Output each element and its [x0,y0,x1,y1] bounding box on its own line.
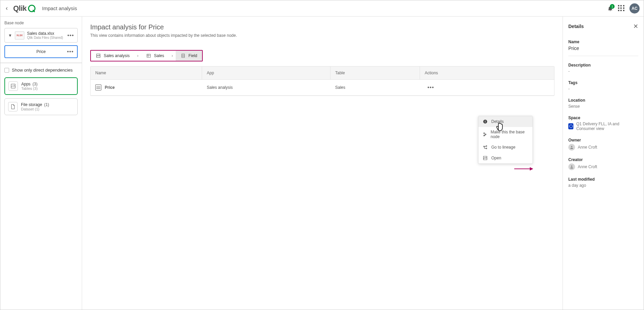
impact-table: Name App Table Actions Price Sales analy… [90,66,554,96]
back-chevron-icon[interactable]: ‹ [4,3,9,13]
logo-text: Qlik [13,4,27,13]
direct-deps-checkbox-row[interactable]: Show only direct dependencies [4,68,78,73]
open-icon [482,155,488,161]
selected-field-card[interactable]: Price ••• [4,45,78,58]
th-table[interactable]: Table [330,67,420,79]
checkbox[interactable] [4,68,9,73]
table-row[interactable]: Price Sales analysis Sales ••• [91,80,554,96]
page-title: Impact analysis [42,5,77,11]
detail-description: Description - [568,63,638,74]
annotation-arrow-icon [514,169,533,169]
menu-item-open[interactable]: Open [478,153,532,163]
detail-owner: Owner Anne Croft [568,138,638,151]
xlsx-file-icon: XLSX [15,31,24,40]
sidebar-card-file-storage[interactable]: File storage(1) Dataset (1) [4,98,78,115]
base-node-file-name: Sales data.xlsx [27,31,65,36]
menu-item-go-to-lineage[interactable]: Go to lineage [478,142,532,153]
more-dots-icon[interactable]: ••• [67,32,74,38]
top-header: ‹ Qlik Impact analysis 1 AC [0,0,644,17]
logo[interactable]: Qlik [13,4,35,13]
chart-icon [96,53,101,58]
info-icon: i [482,119,488,124]
chevron-right-icon: › [134,53,141,58]
breadcrumb-item-sales-analysis[interactable]: Sales analysis [91,51,134,61]
svg-rect-3 [182,54,184,58]
chevron-down-icon[interactable]: ▼ [8,33,12,38]
td-table: Sales [330,80,420,95]
details-title: Details [568,24,584,29]
lineage-icon [482,145,488,150]
details-header: Details ✕ [568,23,638,30]
card-sub: Tables (3) [21,86,74,91]
close-icon[interactable]: ✕ [633,23,638,30]
left-sidebar: Base node ▼ XLSX Sales data.xlsx Qlik Da… [0,17,82,310]
details-panel: Details ✕ Name Price Description - Tags … [563,17,644,310]
field-icon [180,53,186,58]
notifications-button[interactable]: 1 [607,5,613,11]
card-info: File storage(1) Dataset (1) [21,102,74,111]
detail-tags: Tags - [568,80,638,91]
card-title: File storage(1) [21,102,74,107]
breadcrumb: Sales analysis › Sales › Field [90,50,203,61]
main-subtitle: This view contains information about obj… [90,33,554,38]
user-avatar[interactable]: AC [629,3,640,14]
table-header: Name App Table Actions [91,67,554,80]
apps-icon [8,81,18,91]
checkbox-label: Show only direct dependencies [12,68,73,73]
base-node-card[interactable]: ▼ XLSX Sales data.xlsx Qlik Data Files (… [4,28,78,43]
table-icon [146,53,151,58]
logo-q-icon [28,5,35,12]
detail-location: Location Sense [568,98,638,109]
td-actions: ••• [420,80,554,95]
selected-field-label: Price [36,49,46,54]
more-dots-icon[interactable]: ••• [67,49,74,55]
svg-point-9 [571,165,572,167]
card-sub: Dataset (1) [21,107,74,111]
menu-item-make-base-node[interactable]: Make this the base node [478,127,532,142]
detail-space: Space Q1 Delivery FLL, IA and Consumer v… [568,115,638,131]
center-content: Impact analysis for Price This view cont… [82,17,563,310]
card-title: Apps(3) [21,82,74,86]
card-info: Apps(3) Tables (3) [21,82,74,91]
th-name[interactable]: Name [91,67,202,79]
svg-point-8 [571,146,572,147]
breadcrumb-item-sales[interactable]: Sales [141,51,169,61]
space-icon [568,123,573,129]
td-app: Sales analysis [202,80,330,95]
detail-last-modified: Last modified a day ago [568,177,638,188]
base-node-file-sub: Qlik Data Files (Shared) [27,36,65,40]
th-app[interactable]: App [202,67,330,79]
filters-section: Show only direct dependencies Apps(3) Ta… [0,63,82,123]
detail-name: Name Price [568,40,638,56]
svg-text:i: i [485,120,486,123]
main-layout: Base node ▼ XLSX Sales data.xlsx Qlik Da… [0,17,644,310]
row-actions-button[interactable]: ••• [425,84,434,91]
breadcrumb-item-field[interactable]: Field [176,51,202,61]
main-heading: Impact analysis for Price [90,23,554,31]
header-right: 1 AC [607,3,640,14]
base-node-section: Base node ▼ XLSX Sales data.xlsx Qlik Da… [0,17,82,63]
field-icon [95,84,101,91]
file-icon [8,102,18,111]
chevron-right-icon: › [169,53,176,58]
base-node-info: Sales data.xlsx Qlik Data Files (Shared) [27,31,65,40]
user-icon [568,163,575,170]
notification-badge: 1 [610,4,615,9]
app-launcher-icon[interactable] [618,5,625,12]
th-actions: Actions [420,67,554,79]
user-icon [568,144,575,151]
menu-item-details[interactable]: i Details [478,116,532,127]
node-icon [482,132,487,137]
svg-rect-0 [147,54,150,57]
base-node-label: Base node [4,21,78,25]
td-name: Price [91,80,202,95]
detail-creator: Creator Anne Croft [568,157,638,170]
context-menu: i Details Make this the base node Go to … [478,116,533,164]
header-left: ‹ Qlik Impact analysis [4,3,77,13]
sidebar-card-apps[interactable]: Apps(3) Tables (3) [4,77,78,95]
